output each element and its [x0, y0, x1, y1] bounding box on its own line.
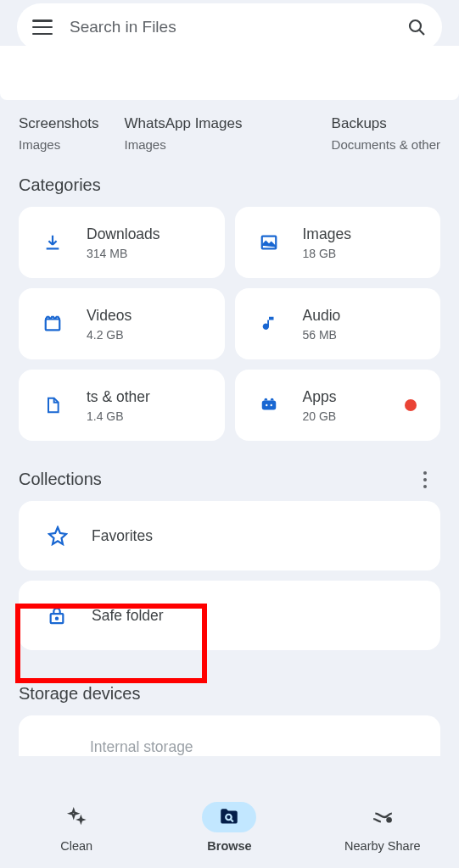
svg-point-5 [266, 404, 267, 406]
recent-subtitle: Images [125, 137, 243, 152]
audio-icon [259, 314, 279, 334]
document-icon [42, 395, 63, 415]
category-size: 20 GB [303, 409, 337, 423]
share-icon [355, 802, 410, 832]
menu-icon[interactable] [32, 19, 53, 35]
category-documents[interactable]: ts & other 1.4 GB [19, 370, 225, 441]
category-label: Apps [303, 388, 337, 406]
category-size: 1.4 GB [87, 409, 150, 423]
category-label: Downloads [87, 225, 160, 243]
storage-internal[interactable]: Internal storage [19, 715, 440, 756]
folder-search-icon [202, 802, 256, 832]
nav-label: Browse [207, 839, 251, 853]
category-size: 18 GB [303, 247, 351, 260]
video-icon [42, 314, 63, 334]
collection-favorites[interactable]: Favorites [19, 501, 440, 570]
category-label: Videos [87, 307, 132, 325]
recent-title: Screenshots [19, 115, 99, 132]
category-size: 4.2 GB [87, 328, 132, 342]
recent-item-screenshots[interactable]: Screenshots Images [19, 115, 99, 152]
category-videos[interactable]: Videos 4.2 GB [19, 288, 225, 359]
svg-point-6 [270, 404, 271, 406]
recent-subtitle: Documents & other [332, 137, 440, 152]
svg-point-11 [387, 818, 390, 821]
notification-dot [405, 399, 417, 411]
apps-icon [259, 395, 279, 415]
nav-label: Nearby Share [344, 839, 420, 853]
image-icon [259, 232, 279, 253]
svg-rect-3 [46, 320, 60, 331]
recent-item-backups[interactable]: Backups Documents & other [332, 115, 440, 152]
search-input[interactable]: Search in Files [70, 18, 406, 36]
svg-point-0 [410, 20, 421, 31]
categories-header: Categories [0, 152, 459, 207]
search-bar[interactable]: Search in Files [17, 3, 442, 51]
star-icon [48, 526, 68, 546]
lock-icon [48, 605, 68, 626]
nav-nearby-share[interactable]: Nearby Share [307, 802, 459, 853]
svg-point-8 [56, 618, 58, 620]
nav-browse[interactable]: Browse [154, 802, 305, 853]
category-images[interactable]: Images 18 GB [235, 207, 441, 278]
recent-preview-area [0, 46, 459, 100]
collections-header: Collections [19, 470, 102, 489]
category-label: Images [303, 225, 351, 243]
svg-line-1 [420, 31, 425, 36]
recent-item-whatsapp[interactable]: WhatsApp Images Images [125, 115, 243, 152]
category-downloads[interactable]: Downloads 314 MB [19, 207, 225, 278]
category-size: 56 MB [303, 328, 341, 342]
sparkle-icon [49, 802, 104, 832]
collection-safe-folder[interactable]: Safe folder [19, 581, 440, 650]
download-icon [42, 232, 63, 253]
recent-subtitle: Images [19, 137, 99, 152]
collections-header-row: Collections [0, 441, 459, 501]
categories-grid: Downloads 314 MB Images 18 GB Videos 4.2… [0, 207, 459, 441]
category-size: 314 MB [87, 247, 160, 260]
category-apps[interactable]: Apps 20 GB [235, 370, 441, 441]
recent-title: WhatsApp Images [125, 115, 243, 132]
bottom-nav: Clean Browse Nearby Share [0, 787, 459, 868]
recent-items-row: Screenshots Images WhatsApp Images Image… [0, 100, 459, 152]
nav-clean[interactable]: Clean [1, 802, 153, 853]
collection-label: Favorites [92, 527, 153, 545]
collection-label: Safe folder [92, 607, 164, 625]
nav-label: Clean [60, 839, 92, 853]
more-icon[interactable] [423, 471, 427, 488]
storage-header: Storage devices [0, 660, 459, 715]
category-audio[interactable]: Audio 56 MB [235, 288, 441, 359]
storage-label: Internal storage [48, 738, 193, 756]
recent-title: Backups [332, 115, 440, 132]
svg-rect-4 [261, 401, 276, 410]
category-label: Audio [303, 307, 341, 325]
search-icon[interactable] [406, 17, 427, 37]
category-label: ts & other [87, 388, 150, 406]
